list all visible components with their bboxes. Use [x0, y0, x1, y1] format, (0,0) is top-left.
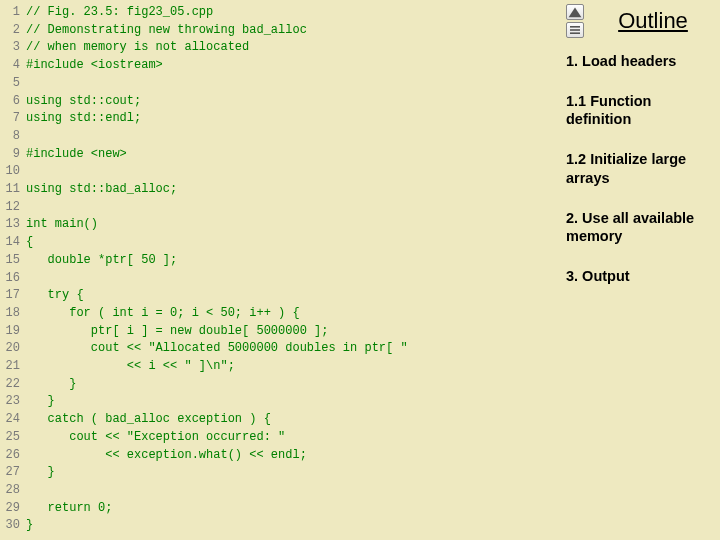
code-line	[26, 75, 560, 93]
line-number: 21	[4, 358, 20, 376]
code-listing: // Fig. 23.5: fig23_05.cpp// Demonstrati…	[26, 4, 560, 540]
code-line: try {	[26, 287, 560, 305]
code-line	[26, 163, 560, 181]
code-line: }	[26, 393, 560, 411]
line-number: 6	[4, 93, 20, 111]
outline-pane: Outline 1. Load headers1.1 Function defi…	[560, 0, 720, 540]
line-number: 28	[4, 482, 20, 500]
line-number: 22	[4, 376, 20, 394]
code-line: using std::endl;	[26, 110, 560, 128]
line-number: 15	[4, 252, 20, 270]
line-number: 4	[4, 57, 20, 75]
line-number: 7	[4, 110, 20, 128]
code-line: int main()	[26, 216, 560, 234]
code-line: for ( int i = 0; i < 50; i++ ) {	[26, 305, 560, 323]
line-number: 13	[4, 216, 20, 234]
code-line: cout << "Allocated 5000000 doubles in pt…	[26, 340, 560, 358]
code-line: }	[26, 376, 560, 394]
outline-note: 2. Use all available memory	[566, 209, 714, 245]
code-line	[26, 128, 560, 146]
outline-note: 1.2 Initialize large arrays	[566, 150, 714, 186]
code-line: using std::bad_alloc;	[26, 181, 560, 199]
line-number: 12	[4, 199, 20, 217]
code-line: }	[26, 517, 560, 535]
line-number: 11	[4, 181, 20, 199]
code-line: << i << " ]\n";	[26, 358, 560, 376]
code-line: cout << "Exception occurred: "	[26, 429, 560, 447]
line-number: 2	[4, 22, 20, 40]
line-number: 14	[4, 234, 20, 252]
line-number: 30	[4, 517, 20, 535]
code-line	[26, 199, 560, 217]
line-number: 23	[4, 393, 20, 411]
nav-buttons	[566, 4, 584, 38]
line-number: 25	[4, 429, 20, 447]
line-number: 27	[4, 464, 20, 482]
code-line: using std::cout;	[26, 93, 560, 111]
code-line: }	[26, 464, 560, 482]
line-number: 17	[4, 287, 20, 305]
code-line	[26, 270, 560, 288]
line-number: 20	[4, 340, 20, 358]
svg-rect-1	[570, 26, 580, 28]
code-line: return 0;	[26, 500, 560, 518]
svg-rect-2	[570, 29, 580, 31]
nav-up-button[interactable]	[566, 4, 584, 20]
line-number: 1	[4, 4, 20, 22]
line-number: 26	[4, 447, 20, 465]
outline-note: 1.1 Function definition	[566, 92, 714, 128]
outline-title: Outline	[592, 4, 714, 34]
code-line: #include <iostream>	[26, 57, 560, 75]
code-line: {	[26, 234, 560, 252]
line-number: 9	[4, 146, 20, 164]
code-line: ptr[ i ] = new double[ 5000000 ];	[26, 323, 560, 341]
code-pane: 1234567891011121314151617181920212223242…	[0, 0, 560, 540]
nav-menu-button[interactable]	[566, 22, 584, 38]
line-number: 16	[4, 270, 20, 288]
line-number: 19	[4, 323, 20, 341]
line-number: 18	[4, 305, 20, 323]
code-line: double *ptr[ 50 ];	[26, 252, 560, 270]
line-number: 29	[4, 500, 20, 518]
svg-marker-0	[569, 7, 582, 17]
outline-header: Outline	[566, 4, 714, 38]
svg-rect-3	[570, 32, 580, 34]
outline-notes: 1. Load headers1.1 Function definition1.…	[566, 52, 714, 285]
line-number: 5	[4, 75, 20, 93]
line-number-gutter: 1234567891011121314151617181920212223242…	[4, 4, 26, 540]
code-line: #include <new>	[26, 146, 560, 164]
line-number: 24	[4, 411, 20, 429]
code-line: // Demonstrating new throwing bad_alloc	[26, 22, 560, 40]
code-line: catch ( bad_alloc exception ) {	[26, 411, 560, 429]
line-number: 3	[4, 39, 20, 57]
code-line: // when memory is not allocated	[26, 39, 560, 57]
code-line: // Fig. 23.5: fig23_05.cpp	[26, 4, 560, 22]
outline-note: 1. Load headers	[566, 52, 714, 70]
line-number: 8	[4, 128, 20, 146]
outline-note: 3. Output	[566, 267, 714, 285]
line-number: 10	[4, 163, 20, 181]
code-line	[26, 482, 560, 500]
code-line: << exception.what() << endl;	[26, 447, 560, 465]
